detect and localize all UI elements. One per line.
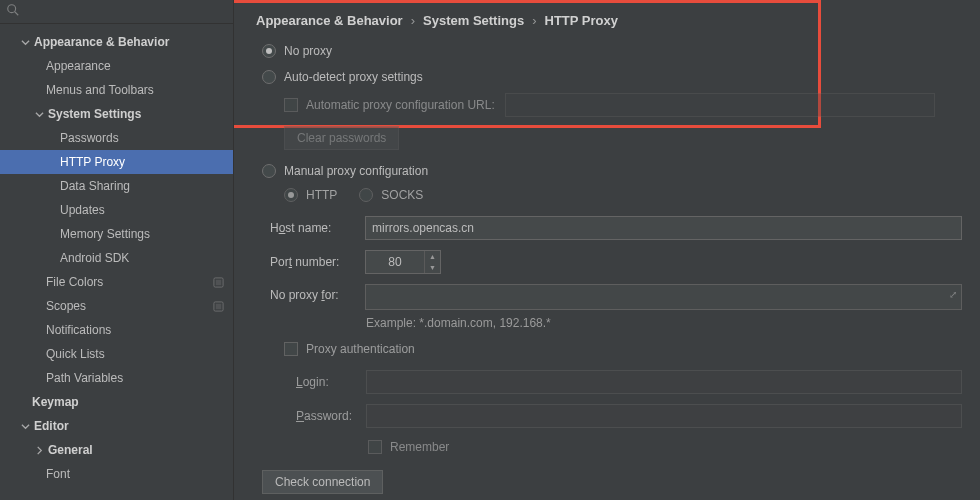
sidebar-item[interactable]: System Settings [0,102,233,126]
sidebar-item[interactable]: Notifications [0,318,233,342]
no-proxy-for-input[interactable]: ⤢ [365,284,962,310]
expand-icon[interactable]: ⤢ [949,289,957,300]
chevron-down-icon[interactable] [18,35,32,49]
sidebar-item-label: Scopes [46,299,211,313]
project-scope-icon [211,275,225,289]
sidebar-item-label: System Settings [48,107,233,121]
checkbox-proxy-auth[interactable]: Proxy authentication [284,338,962,360]
no-proxy-for-label: No proxy for: [270,284,365,302]
sidebar-item-label: File Colors [46,275,211,289]
sidebar-item[interactable]: Data Sharing [0,174,233,198]
sidebar-item[interactable]: Menus and Toolbars [0,78,233,102]
sidebar-item[interactable]: HTTP Proxy [0,150,233,174]
login-label: Login: [296,375,366,389]
radio-label: Manual proxy configuration [284,164,428,178]
no-proxy-hint: Example: *.domain.com, 192.168.* [366,316,962,330]
host-name-input[interactable] [365,216,962,240]
sidebar-item[interactable]: Updates [0,198,233,222]
password-label: Password: [296,409,366,423]
radio-icon [262,164,276,178]
sidebar-item-label: Passwords [60,131,233,145]
chevron-right-icon[interactable] [32,443,46,457]
password-input[interactable] [366,404,962,428]
sidebar-item[interactable]: Passwords [0,126,233,150]
spinner-arrows[interactable]: ▲▼ [424,251,440,273]
checkbox-auto-config-url[interactable]: Automatic proxy configuration URL: [284,94,962,116]
sidebar-item[interactable]: Quick Lists [0,342,233,366]
svg-point-0 [8,5,16,13]
checkbox-icon [284,342,298,356]
checkbox-icon [284,98,298,112]
sidebar-item[interactable]: General [0,438,233,462]
auto-config-url-input[interactable] [505,93,935,117]
login-input[interactable] [366,370,962,394]
settings-main-panel: Appearance & Behavior › System Settings … [234,0,980,500]
checkbox-label: Remember [390,440,449,454]
settings-sidebar: Appearance & BehaviorAppearanceMenus and… [0,0,234,500]
sidebar-item-label: Keymap [32,395,233,409]
radio-manual-proxy[interactable]: Manual proxy configuration [262,160,962,182]
svg-rect-3 [215,279,221,285]
sidebar-item-label: Quick Lists [46,347,233,361]
sidebar-item-label: Editor [34,419,233,433]
clear-passwords-button[interactable]: Clear passwords [284,126,399,150]
radio-label: SOCKS [381,188,423,202]
chevron-right-icon: › [411,13,415,28]
chevron-down-icon[interactable] [18,419,32,433]
project-scope-icon [211,299,225,313]
checkbox-remember[interactable]: Remember [368,436,962,458]
radio-icon [262,70,276,84]
port-number-label: Port number: [270,255,365,269]
host-name-label: Host name: [270,221,365,235]
sidebar-item-label: Data Sharing [60,179,233,193]
sidebar-item-label: Appearance & Behavior [34,35,233,49]
sidebar-item-label: HTTP Proxy [60,155,233,169]
sidebar-item-label: Menus and Toolbars [46,83,233,97]
sidebar-item[interactable]: Scopes [0,294,233,318]
search-input[interactable] [24,5,227,19]
breadcrumb-item: HTTP Proxy [545,13,618,28]
sidebar-item-label: Font [46,467,233,481]
breadcrumb: Appearance & Behavior › System Settings … [256,10,962,30]
radio-auto-detect[interactable]: Auto-detect proxy settings [262,66,962,88]
sidebar-item[interactable]: Appearance [0,54,233,78]
sidebar-item[interactable]: Memory Settings [0,222,233,246]
sidebar-item-label: Appearance [46,59,233,73]
port-number-input[interactable] [366,251,424,273]
radio-no-proxy[interactable]: No proxy [262,40,962,62]
sidebar-item[interactable]: Android SDK [0,246,233,270]
sidebar-item-label: Updates [60,203,233,217]
sidebar-item[interactable]: Editor [0,414,233,438]
check-connection-button[interactable]: Check connection [262,470,383,494]
radio-label: Auto-detect proxy settings [284,70,423,84]
radio-label: HTTP [306,188,337,202]
search-icon [6,3,20,20]
checkbox-icon [368,440,382,454]
sidebar-item-label: Android SDK [60,251,233,265]
sidebar-item-label: Notifications [46,323,233,337]
checkbox-label: Proxy authentication [306,342,415,356]
port-number-spinner[interactable]: ▲▼ [365,250,441,274]
sidebar-item[interactable]: Keymap [0,390,233,414]
sidebar-item-label: Memory Settings [60,227,233,241]
sidebar-item[interactable]: Font [0,462,233,486]
settings-search[interactable] [0,0,233,24]
sidebar-item[interactable]: File Colors [0,270,233,294]
proxy-type-row: HTTP SOCKS [284,184,962,206]
settings-tree: Appearance & BehaviorAppearanceMenus and… [0,24,233,500]
chevron-down-icon[interactable] [32,107,46,121]
sidebar-item[interactable]: Appearance & Behavior [0,30,233,54]
svg-rect-5 [215,303,221,309]
radio-http[interactable] [284,188,298,202]
radio-socks[interactable] [359,188,373,202]
radio-label: No proxy [284,44,332,58]
svg-line-1 [15,12,19,16]
chevron-right-icon: › [532,13,536,28]
sidebar-item[interactable]: Path Variables [0,366,233,390]
sidebar-item-label: Path Variables [46,371,233,385]
breadcrumb-item: System Settings [423,13,524,28]
sidebar-item-label: General [48,443,233,457]
breadcrumb-item: Appearance & Behavior [256,13,403,28]
checkbox-label: Automatic proxy configuration URL: [306,98,495,112]
radio-icon [262,44,276,58]
